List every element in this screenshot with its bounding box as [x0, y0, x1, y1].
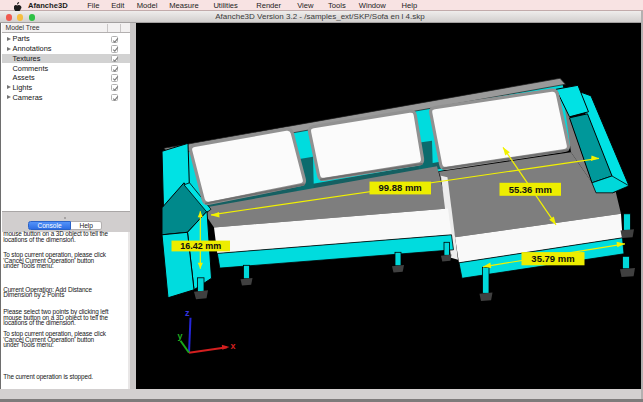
svg-text:x: x	[231, 341, 236, 351]
svg-text:16.42 mm: 16.42 mm	[180, 241, 221, 251]
svg-text:z: z	[185, 308, 190, 318]
svg-text:55.36 mm: 55.36 mm	[509, 184, 552, 195]
svg-text:35.79 mm: 35.79 mm	[531, 253, 574, 264]
svg-text:99.88 mm: 99.88 mm	[379, 183, 422, 194]
svg-text:y: y	[178, 331, 183, 341]
